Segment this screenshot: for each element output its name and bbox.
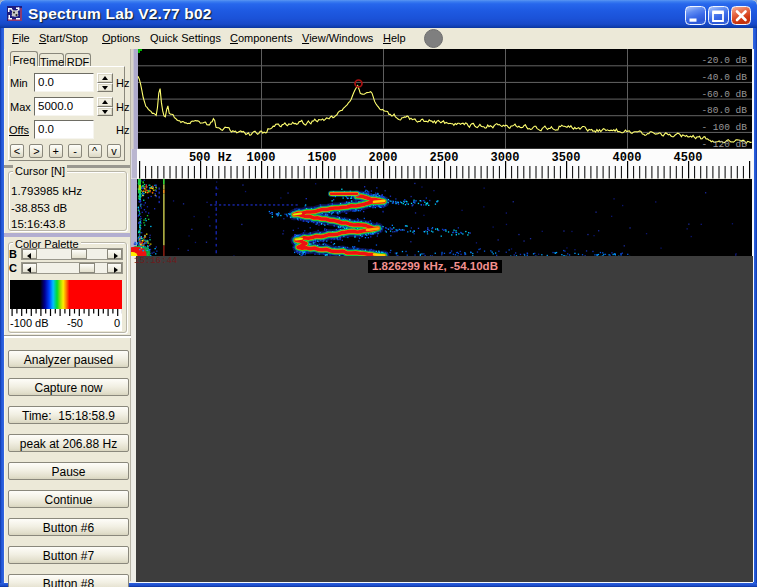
svg-text:- 120 dB: - 120 dB: [701, 139, 747, 150]
svg-text:1000: 1000: [247, 151, 276, 165]
svg-text:4000: 4000: [613, 151, 642, 165]
svg-text:-60.0 dB: -60.0 dB: [701, 89, 747, 100]
svg-text:- 100 dB: - 100 dB: [701, 122, 747, 133]
svg-text:-80.0 dB: -80.0 dB: [701, 105, 747, 116]
svg-text:500 Hz: 500 Hz: [189, 151, 232, 165]
svg-text:1500: 1500: [308, 151, 337, 165]
svg-text:2500: 2500: [430, 151, 459, 165]
svg-text:3000: 3000: [491, 151, 520, 165]
svg-text:4500: 4500: [674, 151, 703, 165]
svg-text:2000: 2000: [369, 151, 398, 165]
svg-text:3500: 3500: [552, 151, 581, 165]
svg-text:-40.0 dB: -40.0 dB: [701, 72, 747, 83]
svg-text:-20.0 dB: -20.0 dB: [701, 55, 747, 66]
